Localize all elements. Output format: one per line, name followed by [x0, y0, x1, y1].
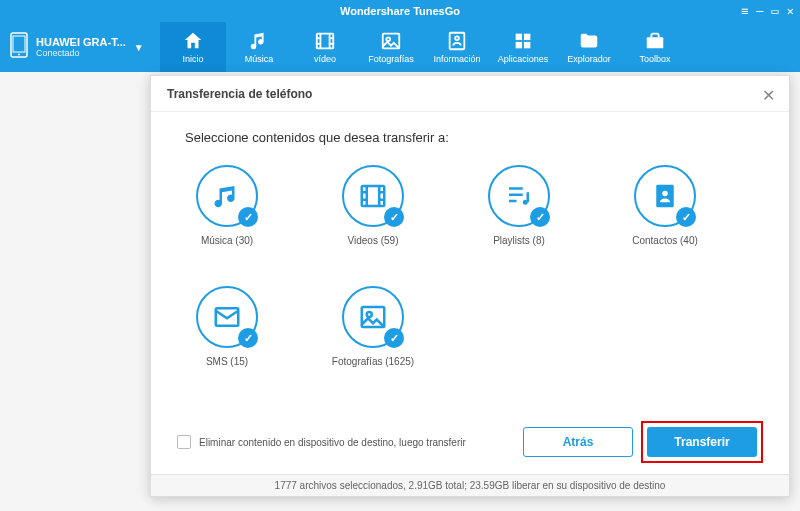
svg-point-31 — [662, 191, 668, 197]
nav-video[interactable]: vídeo — [292, 22, 358, 72]
content-grid: Música (30) Videos (59) Playlists (8) — [185, 165, 755, 367]
svg-point-11 — [386, 37, 390, 41]
nav-apps[interactable]: Aplicaciones — [490, 22, 556, 72]
nav-label: Toolbox — [639, 54, 670, 64]
svg-point-34 — [367, 312, 372, 317]
item-label: Contactos (40) — [632, 235, 698, 246]
svg-rect-15 — [524, 34, 530, 40]
svg-rect-1 — [13, 36, 25, 52]
nav-label: Información — [433, 54, 480, 64]
status-bar: 1777 archivos seleccionados, 2.91GB tota… — [151, 474, 789, 496]
back-button[interactable]: Atrás — [523, 427, 633, 457]
device-name: HUAWEI GRA-T... — [36, 36, 126, 48]
main-nav: Inicio Música vídeo Fotografías Informac… — [150, 22, 688, 72]
title-bar: Wondershare TunesGo ≡ — ▭ ✕ — [0, 0, 800, 22]
item-music[interactable]: Música (30) — [185, 165, 269, 246]
nav-label: vídeo — [314, 54, 336, 64]
maximize-icon[interactable]: ▭ — [772, 4, 779, 18]
erase-checkbox[interactable]: Eliminar contenido en dispositivo de des… — [177, 435, 513, 449]
svg-point-13 — [455, 36, 459, 40]
nav-info[interactable]: Información — [424, 22, 490, 72]
toolbar: HUAWEI GRA-T... Conectado ▼ Inicio Músic… — [0, 22, 800, 72]
nav-explorer[interactable]: Explorador — [556, 22, 622, 72]
item-label: Música (30) — [201, 235, 253, 246]
check-icon — [238, 207, 258, 227]
check-icon — [384, 328, 404, 348]
close-icon[interactable]: ✕ — [762, 86, 775, 105]
chevron-down-icon: ▼ — [134, 42, 144, 53]
item-contacts[interactable]: Contactos (40) — [623, 165, 707, 246]
dialog-header: Transferencia de teléfono ✕ — [151, 76, 789, 112]
nav-label: Aplicaciones — [498, 54, 549, 64]
svg-rect-19 — [362, 186, 385, 206]
minimize-icon[interactable]: — — [756, 4, 763, 18]
svg-rect-14 — [516, 34, 522, 40]
check-icon — [384, 207, 404, 227]
item-photos[interactable]: Fotografías (1625) — [331, 286, 415, 367]
nav-music[interactable]: Música — [226, 22, 292, 72]
close-icon[interactable]: ✕ — [787, 4, 794, 18]
svg-rect-17 — [524, 42, 530, 48]
nav-home[interactable]: Inicio — [160, 22, 226, 72]
item-label: Playlists (8) — [493, 235, 545, 246]
item-label: Fotografías (1625) — [332, 356, 414, 367]
settings-icon[interactable]: ≡ — [741, 4, 748, 18]
svg-rect-16 — [516, 42, 522, 48]
check-icon — [676, 207, 696, 227]
transfer-button[interactable]: Transferir — [647, 427, 757, 457]
instruction-text: Seleccione contenidos que desea transfer… — [185, 130, 755, 145]
transfer-dialog: Transferencia de teléfono ✕ Seleccione c… — [150, 75, 790, 497]
nav-photos[interactable]: Fotografías — [358, 22, 424, 72]
phone-icon — [10, 32, 28, 62]
svg-point-2 — [18, 54, 20, 56]
dialog-title: Transferencia de teléfono — [167, 87, 312, 101]
item-sms[interactable]: SMS (15) — [185, 286, 269, 367]
svg-rect-18 — [647, 37, 664, 48]
nav-toolbox[interactable]: Toolbox — [622, 22, 688, 72]
item-label: SMS (15) — [206, 356, 248, 367]
nav-label: Inicio — [182, 54, 203, 64]
app-title: Wondershare TunesGo — [340, 5, 460, 17]
item-label: Videos (59) — [348, 235, 399, 246]
checkbox-icon — [177, 435, 191, 449]
check-icon — [530, 207, 550, 227]
item-videos[interactable]: Videos (59) — [331, 165, 415, 246]
dialog-body: Seleccione contenidos que desea transfer… — [151, 112, 789, 412]
erase-label: Eliminar contenido en dispositivo de des… — [199, 437, 466, 448]
check-icon — [238, 328, 258, 348]
window-controls: ≡ — ▭ ✕ — [741, 0, 794, 22]
dialog-footer: Eliminar contenido en dispositivo de des… — [151, 412, 789, 474]
transfer-highlight: Transferir — [641, 421, 763, 463]
svg-rect-3 — [317, 34, 334, 49]
nav-label: Fotografías — [368, 54, 414, 64]
device-status: Conectado — [36, 48, 126, 58]
nav-label: Explorador — [567, 54, 611, 64]
device-selector[interactable]: HUAWEI GRA-T... Conectado ▼ — [0, 22, 150, 72]
nav-label: Música — [245, 54, 274, 64]
item-playlists[interactable]: Playlists (8) — [477, 165, 561, 246]
